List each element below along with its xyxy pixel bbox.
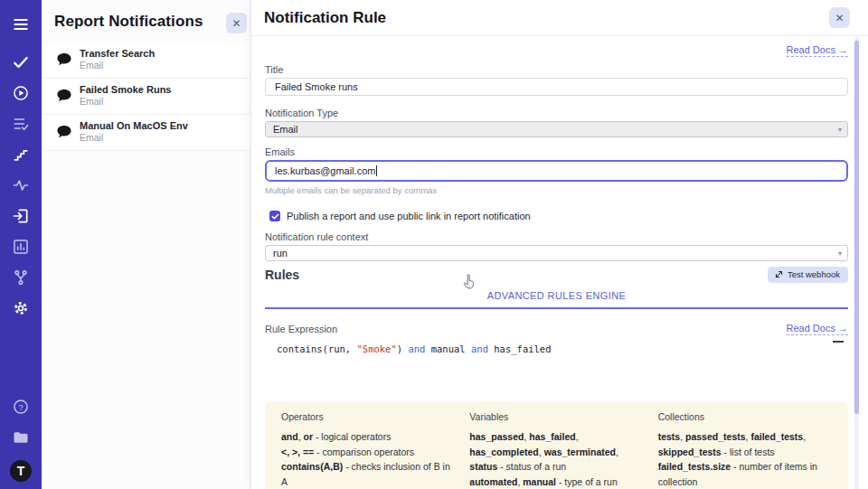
sidebar: ? T (0, 0, 42, 489)
webhook-arrows-icon (775, 270, 783, 278)
notification-type-select[interactable]: Email ▾ (265, 121, 848, 137)
list-check-icon[interactable] (11, 114, 31, 134)
editor-scrollbar-dash[interactable] (833, 341, 844, 343)
chat-bubble-icon (56, 125, 72, 139)
chevron-down-icon: ▾ (838, 249, 842, 258)
context-label: Notification rule context (265, 231, 848, 242)
modal-scrollbar-thumb[interactable] (854, 41, 859, 414)
help-column-heading: Operators (281, 411, 455, 422)
app-logo[interactable]: T (10, 460, 32, 482)
modal-close-button[interactable]: ✕ (829, 7, 850, 28)
help-entry: and, or - logical operators (281, 429, 455, 445)
rules-tabs: ADVANCED RULES ENGINE (265, 287, 848, 309)
rule-expression-editor[interactable]: contains(run, "Smoke") and manual and ha… (265, 343, 848, 362)
expression-help-panel: Operatorsand, or - logical operators<, >… (265, 401, 848, 489)
checkbox-checked-icon[interactable] (269, 211, 280, 221)
title-input[interactable]: Failed Smoke runs (265, 78, 848, 96)
close-icon: ✕ (231, 17, 241, 30)
notification-title: Manual On MacOS Env (80, 120, 188, 132)
publish-checkbox-row[interactable]: Publish a report and use public link in … (269, 211, 848, 221)
emails-hint: Multiple emails can be separated by comm… (265, 185, 848, 195)
notification-type-label: Notification Type (265, 108, 848, 118)
list-item[interactable]: Manual On MacOS Env Email (42, 115, 250, 151)
notification-channel: Email (80, 96, 171, 108)
rule-expression-code[interactable]: contains(run, "Smoke") and manual and ha… (265, 343, 848, 356)
close-icon: ✕ (835, 12, 844, 24)
notification-type-value: Email (273, 124, 298, 135)
help-column: Variableshas_passed, has_failed, has_com… (469, 411, 643, 489)
panel-close-button[interactable]: ✕ (226, 13, 247, 33)
modal-title: Notification Rule (264, 9, 386, 27)
help-entry: contains(A,B) - checks inclusion of B in… (281, 459, 455, 489)
check-icon[interactable] (11, 52, 31, 72)
help-column: Collectionstests, passed_tests, failed_t… (658, 411, 832, 489)
menu-icon[interactable] (11, 14, 31, 34)
emails-input-value: les.kurbas@gmail.com (275, 165, 375, 176)
folder-icon[interactable] (11, 428, 31, 447)
emails-label: Emails (265, 146, 848, 157)
play-circle-icon[interactable] (11, 83, 31, 103)
help-entry: failed_tests.size - number of items in c… (658, 459, 832, 489)
help-entry: tests, passed_tests, failed_tests, skipp… (658, 429, 832, 459)
notification-rule-modal: Notification Rule ✕ Read Docs → Title Fa… (250, 0, 868, 489)
test-webhook-button[interactable]: Test webhook (768, 267, 848, 283)
rule-context-value: run (273, 248, 288, 259)
gear-icon[interactable] (11, 298, 31, 318)
title-input-value: Failed Smoke runs (275, 81, 358, 92)
rule-expression-label: Rule Expression (265, 324, 337, 334)
help-entry: has_passed, has_failed, has_completed, w… (469, 429, 643, 475)
branch-icon[interactable] (11, 268, 31, 287)
rule-context-select[interactable]: run ▾ (265, 245, 848, 261)
steps-icon[interactable] (11, 145, 31, 165)
notification-title: Transfer Search (80, 48, 155, 60)
publish-checkbox-label: Publish a report and use public link in … (287, 211, 531, 221)
help-entry: automated, manual - type of a run (469, 475, 643, 489)
text-caret (376, 165, 377, 176)
chevron-down-icon: ▾ (838, 126, 842, 134)
bar-chart-icon[interactable] (11, 237, 31, 257)
activity-icon[interactable] (11, 175, 31, 195)
help-icon[interactable]: ? (11, 397, 31, 417)
import-icon[interactable] (11, 206, 31, 226)
help-column-heading: Variables (469, 411, 643, 422)
list-item[interactable]: Failed Smoke Runs Email (42, 79, 250, 115)
chat-bubble-icon (56, 52, 72, 67)
notification-title: Failed Smoke Runs (80, 84, 171, 96)
read-docs-link[interactable]: Read Docs → (787, 44, 848, 57)
chat-bubble-icon (56, 89, 72, 103)
panel-title: Report Notifications (54, 13, 203, 31)
emails-input[interactable]: les.kurbas@gmail.com (265, 160, 848, 182)
title-label: Title (265, 64, 848, 75)
read-docs-link[interactable]: Read Docs → (787, 323, 848, 335)
list-item[interactable]: Transfer Search Email (42, 42, 250, 79)
help-column: Operatorsand, or - logical operators<, >… (281, 411, 455, 489)
help-entry: <, >, == - comparison operators (281, 445, 455, 460)
notification-channel: Email (80, 60, 155, 71)
help-column-heading: Collections (658, 411, 832, 422)
tab-advanced-rules-engine[interactable]: ADVANCED RULES ENGINE (487, 290, 627, 301)
svg-text:?: ? (18, 403, 23, 412)
rules-heading: Rules (265, 268, 299, 282)
report-notifications-panel: Report Notifications ✕ Transfer Search E… (42, 0, 250, 489)
app-window: ? T Report Notifications ✕ Transfer Sear… (0, 0, 868, 489)
notification-channel: Email (80, 132, 188, 144)
